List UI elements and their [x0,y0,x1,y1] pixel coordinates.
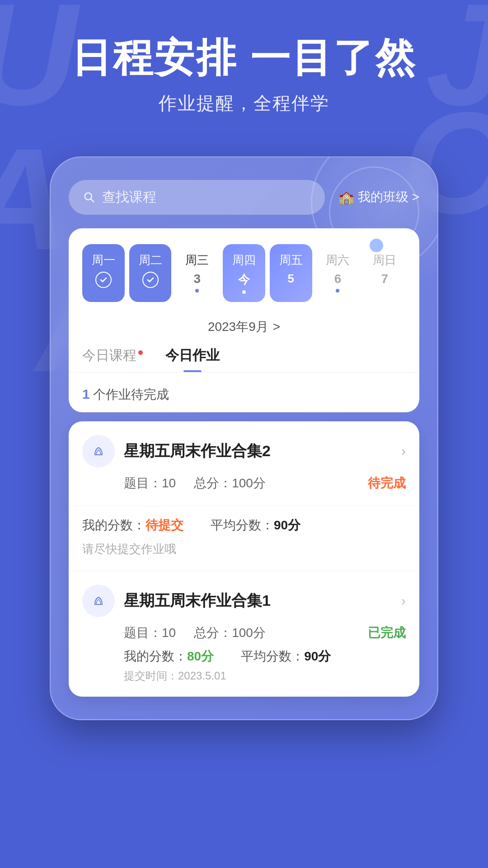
search-input-wrap[interactable]: 查找课程 [69,180,325,215]
hw-card-2-header: 星期五周末作业合集1 › [82,585,406,617]
my-score-1: 待提交 [145,518,183,532]
thursday-dot [242,290,246,294]
saturday-dot [336,289,339,292]
hw-card-1-header: 星期五周末作业合集2 › [82,435,406,467]
score-hint-2: 提交时间：2023.5.01 [82,669,406,683]
hw-icon-2 [82,585,115,617]
my-class-button[interactable]: 🏫 我的班级 > [338,189,419,206]
monday-check-icon [95,272,112,288]
hero-section: 日程安排 一目了然 作业提醒，全程伴学 [0,0,488,134]
month-arrow: > [273,320,280,334]
hw-status-2: 已完成 [368,624,406,642]
hw-status-1: 待完成 [368,475,406,492]
svg-line-1 [91,199,94,202]
my-class-arrow: > [412,190,419,204]
pending-number: 1 [82,387,90,401]
month-text: 2023年9月 [208,318,268,335]
hw-title-2: 星期五周末作业合集1 [124,590,392,611]
day-tuesday[interactable]: 周二 [129,244,172,302]
avg-score-2: 90分 [304,649,331,663]
deco-dot [370,239,383,252]
pending-text: 个作业待完成 [93,387,169,401]
course-dot [138,350,143,355]
tab-courses[interactable]: 今日课程 [82,346,143,372]
hw-icon-1 [82,435,115,467]
wednesday-dot [195,289,199,292]
day-thursday[interactable]: 周四 今 [223,244,265,302]
hero-subtitle: 作业提醒，全程伴学 [27,91,461,116]
svg-rect-2 [90,443,107,459]
hw-arrow-2: › [401,593,406,609]
day-wednesday[interactable]: 周三 3 [176,244,218,302]
my-score-2: 80分 [187,649,214,663]
phone-frame: 查找课程 🏫 我的班级 > 周一 [50,156,438,720]
homework-card-1[interactable]: 星期五周末作业合集2 › 题目：10 总分：100分 待完成 [69,421,419,506]
search-bar-row: 查找课程 🏫 我的班级 > [69,180,419,215]
homework-card-2[interactable]: 星期五周末作业合集1 › 题目：10 总分：100分 已完成 我的分数：80分 … [69,571,419,697]
avg-score-1: 90分 [274,518,300,532]
hw-title-1: 星期五周末作业合集2 [124,441,392,462]
score-row-2: 我的分数：80分 平均分数：90分 [82,648,406,665]
day-friday[interactable]: 周五 5 [270,244,312,302]
my-class-label: 我的班级 [358,189,408,206]
hw-meta-2: 题目：10 总分：100分 已完成 [82,624,406,642]
phone-mockup: 查找课程 🏫 我的班级 > 周一 [50,156,438,720]
tuesday-check-icon [142,272,159,288]
tab-homework[interactable]: 今日作业 [165,346,220,372]
month-nav[interactable]: 2023年9月 > [69,311,419,346]
score-hint-1: 请尽快提交作业哦 [82,541,406,557]
score-section-1: 我的分数：待提交 平均分数：90分 请尽快提交作业哦 [69,506,419,571]
search-icon [82,190,96,204]
homework-section: 星期五周末作业合集2 › 题目：10 总分：100分 待完成 我的分数：待提交 … [69,421,419,697]
score-row-1: 我的分数：待提交 平均分数：90分 [82,517,406,534]
hw-arrow-1: › [401,443,406,459]
hero-title: 日程安排 一目了然 [27,36,461,80]
pending-count: 1 个作业待完成 [69,382,419,412]
day-monday[interactable]: 周一 [82,244,125,302]
hw-meta-1: 题目：10 总分：100分 待完成 [82,475,406,492]
class-icon: 🏫 [338,190,354,205]
search-placeholder: 查找课程 [102,188,156,207]
tab-row: 今日课程 今日作业 [69,346,419,373]
